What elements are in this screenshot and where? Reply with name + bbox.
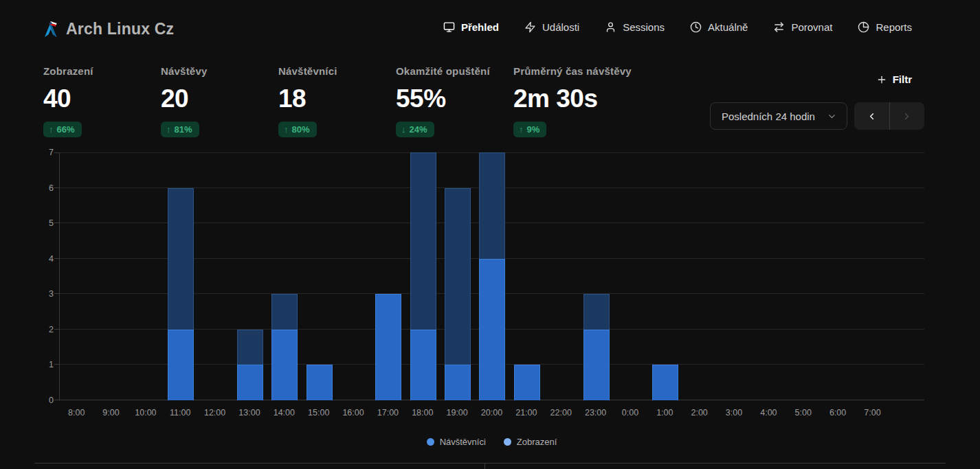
pie-chart-icon — [858, 21, 869, 33]
analytics-dashboard: Arch Linux Cz Přehled Události Sessions … — [0, 0, 980, 469]
chevron-down-icon — [827, 111, 837, 122]
nav-item-aktualne[interactable]: Aktuálně — [690, 21, 748, 33]
nav-label: Aktuálně — [708, 21, 748, 33]
date-range-dropdown[interactable]: Posledních 24 hodin — [710, 102, 847, 130]
trend-up-icon: ↑ — [519, 124, 524, 135]
trend-badge: ↑80% — [278, 122, 317, 137]
trend-badge: ↓24% — [396, 122, 434, 137]
chart-bar-visitors[interactable] — [271, 330, 298, 400]
y-axis-tick — [54, 293, 59, 294]
nav-label: Reports — [876, 21, 912, 33]
y-axis-label: 6 — [33, 183, 54, 193]
x-axis-labels: 8:009:0010:0011:0012:0013:0014:0015:0016… — [59, 408, 924, 419]
y-axis-label: 7 — [33, 148, 54, 157]
nav-label: Porovnat — [791, 21, 832, 33]
trend-up-icon: ↑ — [166, 124, 171, 135]
metric-okamzite-opusteni: Okamžité opuštění 55% ↓24% — [396, 65, 513, 137]
chart-bar-visitors[interactable] — [479, 259, 505, 400]
y-axis-label: 0 — [33, 396, 54, 405]
section-column-divider — [485, 464, 485, 469]
nav-item-sessions[interactable]: Sessions — [605, 21, 665, 33]
chart-bar-visitors[interactable] — [514, 365, 540, 400]
x-axis-label: 7:00 — [850, 408, 894, 417]
date-pager — [854, 102, 924, 130]
metric-zobrazeni: Zobrazení 40 ↑66% — [43, 65, 161, 137]
chart-bar-visitors[interactable] — [410, 330, 436, 400]
trend-badge: ↑66% — [43, 122, 82, 137]
trend-up-icon: ↑ — [284, 124, 289, 135]
legend-item-navstevnici[interactable]: Návštěvníci — [427, 437, 486, 447]
trend-change: 80% — [292, 124, 310, 135]
trend-badge: ↑81% — [161, 122, 199, 137]
metric-value: 40 — [43, 86, 161, 111]
compare-arrows-icon — [773, 21, 785, 33]
nav-item-reports[interactable]: Reports — [858, 21, 912, 33]
y-axis-tick — [54, 152, 59, 153]
chart-legend: Návštěvníci Zobrazení — [59, 437, 924, 447]
y-axis-tick — [54, 329, 59, 330]
nav-label: Sessions — [623, 21, 665, 33]
next-period-button[interactable] — [889, 102, 924, 130]
metric-label: Zobrazení — [43, 65, 161, 77]
plus-icon — [876, 74, 887, 85]
trend-badge: ↑9% — [513, 122, 546, 137]
y-axis-label: 1 — [33, 360, 54, 369]
user-icon — [605, 21, 616, 33]
metric-prumerny-cas: Průměrný čas návštěvy 2m 30s ↑9% — [513, 65, 631, 137]
metric-label: Návštěvníci — [278, 65, 396, 77]
site-title: Arch Linux Cz — [66, 20, 174, 38]
metric-label: Návštěvy — [161, 65, 278, 77]
chart-bar-visitors[interactable] — [652, 365, 678, 400]
legend-label: Návštěvníci — [440, 437, 486, 447]
visitors-bar-chart: 01234567 — [59, 152, 924, 400]
main-nav: Přehled Události Sessions Aktuálně Porov… — [443, 21, 912, 33]
legend-item-zobrazeni[interactable]: Zobrazení — [504, 437, 557, 447]
metric-value: 20 — [161, 86, 278, 111]
date-range-value: Posledních 24 hodin — [722, 111, 815, 122]
nav-item-porovnat[interactable]: Porovnat — [773, 21, 832, 33]
chart-bar-visitors[interactable] — [583, 330, 610, 400]
monitor-icon — [443, 21, 455, 33]
nav-label: Události — [542, 21, 579, 33]
zap-icon — [524, 21, 536, 33]
trend-change: 66% — [57, 124, 75, 135]
nav-item-udalosti[interactable]: Události — [524, 21, 579, 33]
chart-bar-visitors[interactable] — [237, 365, 263, 400]
trend-change: 9% — [527, 124, 540, 135]
chevron-right-icon — [902, 111, 912, 122]
chart-bar-visitors[interactable] — [168, 330, 194, 400]
metric-value: 55% — [396, 86, 513, 111]
nav-item-prehled[interactable]: Přehled — [443, 21, 499, 33]
y-axis-tick — [54, 364, 59, 365]
section-divider — [34, 463, 946, 464]
metric-navstevy: Návštěvy 20 ↑81% — [161, 65, 278, 137]
legend-dot-icon — [504, 438, 511, 446]
legend-dot-icon — [427, 438, 434, 446]
clock-icon — [690, 21, 702, 33]
chart-bar-visitors[interactable] — [375, 294, 401, 400]
y-axis-tick — [54, 222, 59, 223]
filter-button[interactable]: Filtr — [876, 73, 912, 85]
trend-down-icon: ↓ — [401, 124, 406, 135]
y-axis-label: 2 — [33, 325, 54, 334]
filter-label: Filtr — [893, 73, 912, 85]
metric-value: 18 — [278, 86, 396, 111]
arch-linux-cz-logo-icon — [43, 21, 59, 38]
chevron-left-icon — [867, 111, 877, 122]
chart-bar-visitors[interactable] — [445, 365, 471, 400]
previous-period-button[interactable] — [854, 102, 889, 130]
y-axis-label: 5 — [33, 218, 54, 228]
metric-label: Průměrný čas návštěvy — [513, 65, 631, 77]
trend-change: 24% — [410, 124, 427, 135]
trend-change: 81% — [175, 124, 192, 135]
y-axis-label: 4 — [33, 254, 54, 264]
metric-value: 2m 30s — [513, 86, 631, 111]
chart-bar-visitors[interactable] — [307, 365, 333, 400]
y-axis-label: 3 — [33, 289, 54, 299]
metric-navstevnici: Návštěvníci 18 ↑80% — [278, 65, 396, 137]
nav-label: Přehled — [461, 21, 499, 33]
site-brand[interactable]: Arch Linux Cz — [43, 20, 174, 38]
legend-label: Zobrazení — [517, 437, 557, 447]
trend-up-icon: ↑ — [49, 124, 54, 135]
metrics-bar: Zobrazení 40 ↑66% Návštěvy 20 ↑81% Návšt… — [43, 65, 631, 137]
